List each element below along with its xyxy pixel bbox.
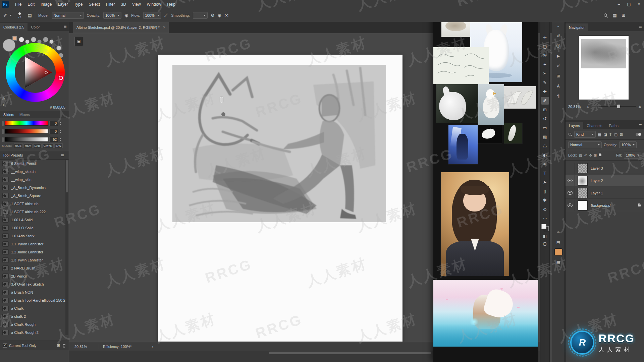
slider-track[interactable] [5,137,48,142]
libraries-panel-icon[interactable]: ▦ [555,259,562,265]
dodge-tool-icon[interactable]: ◐ [541,151,549,159]
slider-value[interactable]: 52 [49,137,58,142]
lock-option-icon[interactable]: ✐ [584,154,587,157]
pen-tool-icon[interactable]: ✒ [541,160,549,168]
ref-image-fantasy-illustration[interactable] [433,280,538,347]
filter-type-icon[interactable]: ▦ [598,132,601,137]
hand-tool-icon[interactable]: ✱ [541,196,549,204]
slider-track[interactable] [5,129,48,134]
lasso-tool-icon[interactable]: ✇ [541,52,549,59]
brush-preset-picker[interactable]: ✐ [3,13,12,18]
tab-coolorus[interactable]: Coolorus 2.5 [0,23,28,31]
lock-option-icon[interactable]: ⊞ [594,154,597,157]
tool-presets-scrollbar[interactable] [65,160,68,335]
menu-filter[interactable]: Filter [103,0,118,9]
gradient-tool-icon[interactable]: ▧ [541,133,549,141]
airbrush-icon[interactable]: ☄ [164,13,168,18]
layer-opacity-select[interactable]: 100% [619,141,637,148]
mode-button-hsv[interactable]: HSV [23,143,33,148]
menu-view[interactable]: View [129,0,144,9]
clone-source-panel-icon[interactable]: ⊞ [555,73,562,79]
tool-preset-item[interactable]: _A_Brush_Dynamics [0,184,69,192]
wheel-star-icon[interactable]: ✦ [2,103,5,107]
filter-type-icon[interactable]: ▢ [614,132,618,137]
share-icon[interactable]: ⊞ [622,13,625,18]
document-tab[interactable]: Albino Sketches.psd @ 20,8% (Layer 2, RG… [73,22,169,33]
layer-visibility-toggle[interactable] [566,187,575,198]
workspace-icon[interactable]: ▦ [613,13,617,18]
tool-preset-item[interactable]: 1.2 Jaime Lannister [0,248,69,256]
clone-stamp-tool-icon[interactable]: ⊞ [541,106,549,114]
tool-preset-item[interactable]: 1.3 Tywin Lannister [0,256,69,264]
ref-image-griffin[interactable] [478,84,504,125]
harmony-swatch[interactable] [43,37,48,42]
tab-mixers[interactable]: Mixers [19,113,30,117]
tool-preset-item[interactable]: _A_Brush_Square [0,192,69,200]
current-color-swatch[interactable] [3,39,15,52]
lock-option-icon[interactable]: ✛ [589,154,592,157]
menu-select[interactable]: Select [86,0,103,9]
ref-image-portrait-photo[interactable] [441,172,509,276]
layer-visibility-toggle[interactable] [566,163,575,174]
zoom-in-icon[interactable]: ▲ [639,104,641,109]
tool-preset-item[interactable]: a Chalk Rough 2 [0,328,69,337]
tool-preset-item[interactable]: 2 HARD Brush [0,264,69,272]
color-panel-icon[interactable] [554,248,562,256]
layer-thumbnail[interactable] [578,188,588,198]
layer-fill-select[interactable]: 100% [624,152,641,159]
pressure-size-icon[interactable]: ◉ [218,13,221,18]
layer-row-layer-2[interactable]: Layer 2 [566,175,644,186]
slider-value[interactable]: 0 [49,129,58,134]
flow-select[interactable]: 100% [143,12,161,19]
slider-value[interactable]: 0 [49,121,58,126]
panel-menu-icon[interactable]: ≡ [63,24,67,29]
layer-visibility-toggle[interactable] [566,175,575,186]
sv-triangle[interactable] [14,52,56,93]
brushes-panel-icon[interactable]: ✐ [555,63,562,69]
tool-preset-item[interactable]: 3.4 Oval Tex Sketch [0,280,69,288]
stepper-up-icon[interactable] [59,122,61,123]
layer-visibility-toggle[interactable] [566,200,575,211]
lock-all-icon[interactable] [599,154,601,156]
tab-layers[interactable]: Layers [566,122,583,129]
tab-sliders[interactable]: Sliders [3,113,14,117]
filter-type-icon[interactable]: ⊡ [620,132,623,137]
menu-layer[interactable]: Layer [55,0,71,9]
tool-preset-item[interactable]: 1.001 O Solid [0,224,69,232]
magic-wand-tool-icon[interactable]: ✦ [541,61,549,68]
harmony-swatch[interactable] [56,46,61,51]
slider-track[interactable] [5,121,48,126]
slider-thumb[interactable] [617,105,620,108]
type-tool-icon[interactable]: T [541,169,549,177]
layer-blend-mode-select[interactable]: Normal [568,141,602,148]
mode-button-rgb[interactable]: RGB [14,143,23,148]
tool-preset-item[interactable]: a chalk 2 [0,312,69,320]
layer-thumbnail[interactable] [578,176,588,186]
tool-preset-item[interactable]: a Brush Tool Hard Elliptical 150 2 [0,296,69,304]
mode-button-b-w[interactable]: B/W [54,143,63,148]
tool-preset-item[interactable]: 1 SOFT Airbrush [0,200,69,208]
stepper-down-icon[interactable] [59,140,61,141]
menu-window[interactable]: Window [144,0,164,9]
tool-preset-item[interactable]: 1.001 A Solid [0,216,69,224]
menu-type[interactable]: Type [71,0,86,9]
scrollbar-thumb[interactable] [66,160,68,192]
marquee-tool-icon[interactable]: ▢ [541,43,549,50]
menu-edit[interactable]: Edit [24,0,38,9]
stepper-down-icon[interactable] [59,132,61,133]
info-panel-icon[interactable]: ⓘ [555,43,562,49]
paint-mode-select[interactable]: Normal [52,12,84,19]
tab-paths[interactable]: Paths [606,122,622,129]
quick-mask-icon[interactable]: ◧ [540,234,549,239]
current-tool-only-checkbox[interactable]: ✓ [3,343,7,348]
path-select-tool-icon[interactable]: ➤ [541,178,549,186]
ref-image-white-bird[interactable] [478,125,502,143]
tab-navigator[interactable]: Navigator [566,23,588,31]
tool-preset-item[interactable]: a Chalk [0,304,69,312]
ref-image-wolf-sketches[interactable] [433,47,489,84]
menu-3d[interactable]: 3D [118,0,129,9]
layer-row-background[interactable]: Background [566,200,644,211]
toggle-brush-panel-icon[interactable]: ▤ [28,13,32,18]
opacity-select[interactable]: 100% [103,12,121,19]
blur-tool-icon[interactable]: ◌ [541,142,549,150]
